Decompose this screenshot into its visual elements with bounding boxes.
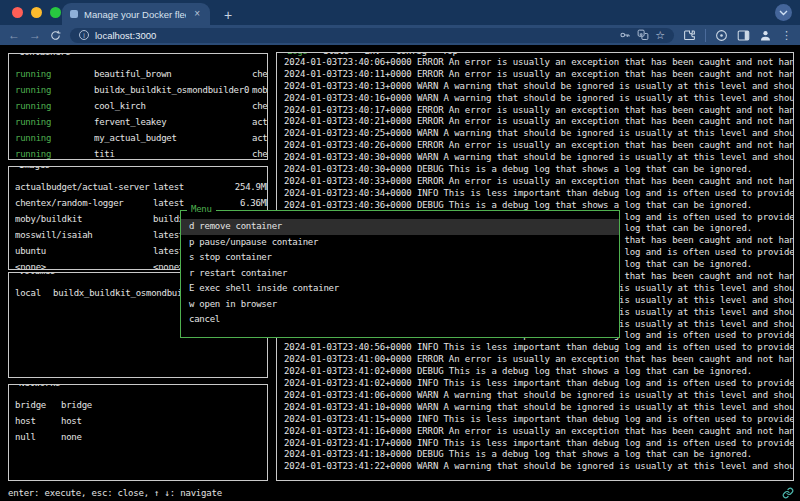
tab-env[interactable]: Env <box>365 52 381 56</box>
maximize-window-button[interactable] <box>50 7 61 18</box>
container-image: chentex/random-logger <box>252 69 267 79</box>
network-driver: none <box>61 432 267 442</box>
image-name: moby/buildkit <box>15 214 153 224</box>
new-tab-button[interactable]: + <box>224 8 232 22</box>
container-row[interactable]: runningbeautiful_brownchentex/random-log… <box>9 66 267 82</box>
network-row[interactable]: hosthost <box>9 413 267 429</box>
tab-config[interactable]: Config <box>396 52 427 56</box>
networks-rows: bridgebridgehosthostnullnone <box>9 385 267 445</box>
log-line: 2024-01-03T23:40:13+0000 WARN A warning … <box>284 81 793 93</box>
container-row[interactable]: runningtitichentex/random-logger <box>9 146 267 160</box>
container-status: running <box>15 133 94 143</box>
container-row[interactable]: runningmy_actual_budgetactualbudget/actu… <box>9 130 267 146</box>
image-name: <none> <box>15 262 153 270</box>
tab-top[interactable]: Top <box>442 52 458 56</box>
tab-strip: Manage your Docker fleet wi × + <box>0 0 800 25</box>
logs-panel-tabs: Logs — Stats — Env — Config — Top <box>283 52 462 56</box>
image-name: mosswill/isaiah <box>15 230 153 240</box>
image-size: 254.9MB <box>213 182 267 192</box>
container-action-menu: Menu d remove containerp pause/unpause c… <box>180 210 620 338</box>
container-name: fervent_leakey <box>94 117 252 127</box>
browser-menu-icon[interactable]: ⋮ <box>781 30 792 41</box>
containers-panel: Containers runningbeautiful_brownchentex… <box>8 53 268 160</box>
container-row[interactable]: runningcool_kirchchentex/random-logger <box>9 98 267 114</box>
extension-badge-icon[interactable] <box>715 29 728 42</box>
container-name: cool_kirch <box>94 101 252 111</box>
menu-item-restart[interactable]: r restart container <box>181 266 619 282</box>
browser-tab[interactable]: Manage your Docker fleet wi × <box>62 3 210 25</box>
site-info-icon[interactable]: i <box>79 30 89 40</box>
menu-title: Menu <box>187 204 216 214</box>
container-name: buildx_buildkit_osmondbuilder0 <box>94 85 252 95</box>
image-row[interactable]: chentex/random-loggerlatest6.36MB <box>9 195 267 211</box>
back-button[interactable]: ← <box>8 29 20 41</box>
container-image: actualbudget/actual-server <box>252 133 267 143</box>
log-line: 2024-01-03T23:41:17+0000 INFO This is le… <box>284 438 793 450</box>
tab-close-icon[interactable]: × <box>192 8 202 20</box>
menu-item-pause/unpause[interactable]: p pause/unpause container <box>181 235 619 251</box>
image-row[interactable]: actualbudget/actual-serverlatest254.9MB <box>9 179 267 195</box>
container-status: running <box>15 117 94 127</box>
tab-search-button[interactable] <box>775 4 792 21</box>
containers-panel-title: Containers <box>15 53 75 57</box>
log-line: 2024-01-03T23:41:16+0000 ERROR An error … <box>284 426 793 438</box>
url-text[interactable]: localhost:3000 <box>95 30 156 41</box>
container-name: titi <box>94 149 252 159</box>
browser-chrome: Manage your Docker fleet wi × + ← → i lo… <box>0 0 800 45</box>
container-row[interactable]: runningfervent_leakeyactualbudget/actual… <box>9 114 267 130</box>
docker-tui: Containers runningbeautiful_brownchentex… <box>0 45 800 501</box>
log-line: 2024-01-03T23:41:02+0000 DEBUG This is a… <box>284 366 793 378</box>
menu-item-open[interactable]: w open in browser <box>181 297 619 313</box>
bookmark-star-icon[interactable]: ☆ <box>655 30 665 41</box>
password-key-icon[interactable] <box>619 29 631 41</box>
image-size: 6.36MB <box>213 198 267 208</box>
volumes-panel-title: Volumes <box>15 272 59 276</box>
log-line: 2024-01-03T23:40:30+0000 DEBUG This is a… <box>284 164 793 176</box>
log-line: 2024-01-03T23:40:30+0000 WARN A warning … <box>284 152 793 164</box>
forward-button[interactable]: → <box>29 29 41 41</box>
reload-button[interactable] <box>50 30 61 41</box>
reload-icon <box>50 30 61 41</box>
tab-logs[interactable]: Logs <box>287 52 308 56</box>
menu-item-stop[interactable]: s stop container <box>181 250 619 266</box>
menu-item-cancel[interactable]: cancel <box>181 312 619 328</box>
log-line: 2024-01-03T23:41:18+0000 DEBUG This is a… <box>284 449 793 461</box>
image-name: actualbudget/actual-server <box>15 182 153 192</box>
log-line: 2024-01-03T23:41:22+0000 WARN A warning … <box>284 461 793 473</box>
log-line: 2024-01-03T23:40:21+0000 ERROR An error … <box>284 116 793 128</box>
close-window-button[interactable] <box>12 7 23 18</box>
side-panel-icon[interactable] <box>737 29 750 42</box>
menu-item-exec[interactable]: E exec shell inside container <box>181 281 619 297</box>
network-row[interactable]: nullnone <box>9 429 267 445</box>
log-line: 2024-01-03T23:41:06+0000 WARN A warning … <box>284 390 793 402</box>
container-status: running <box>15 101 94 111</box>
log-line: 2024-01-03T23:40:26+0000 ERROR An error … <box>284 140 793 152</box>
container-row[interactable]: runningbuildx_buildkit_osmondbuilder0mob… <box>9 82 267 98</box>
volume-driver: local <box>15 288 53 298</box>
container-image: actualbudget/actual-server <box>252 117 267 127</box>
menu-item-remove[interactable]: d remove container <box>181 219 619 235</box>
container-name: beautiful_brown <box>94 69 252 79</box>
extensions-puzzle-icon[interactable] <box>683 29 696 42</box>
address-bar[interactable]: i localhost:3000 ☆ <box>70 28 674 43</box>
network-driver: host <box>61 416 267 426</box>
container-image: moby/buildkit <box>252 85 267 95</box>
network-name: bridge <box>15 400 61 410</box>
profile-avatar-icon[interactable] <box>759 29 772 42</box>
log-line: 2024-01-03T23:41:02+0000 INFO This is le… <box>284 378 793 390</box>
tab-favicon-icon <box>70 10 78 18</box>
minimize-window-button[interactable] <box>31 7 42 18</box>
keybinding-hints: enter: execute, esc: close, ↑ ↓: navigat… <box>8 488 222 498</box>
window-controls <box>12 7 61 18</box>
network-row[interactable]: bridgebridge <box>9 397 267 413</box>
translate-icon[interactable] <box>637 29 649 41</box>
tab-stats[interactable]: Stats <box>323 52 349 56</box>
container-status: running <box>15 85 94 95</box>
networks-panel-title: Networks <box>15 384 64 388</box>
toolbar-divider <box>705 29 706 42</box>
network-name: null <box>15 432 61 442</box>
log-line: 2024-01-03T23:40:25+0000 WARN A warning … <box>284 128 793 140</box>
container-status: running <box>15 69 94 79</box>
log-line: 2024-01-03T23:40:33+0000 ERROR An error … <box>284 176 793 188</box>
tab-title: Manage your Docker fleet wi <box>84 9 186 20</box>
